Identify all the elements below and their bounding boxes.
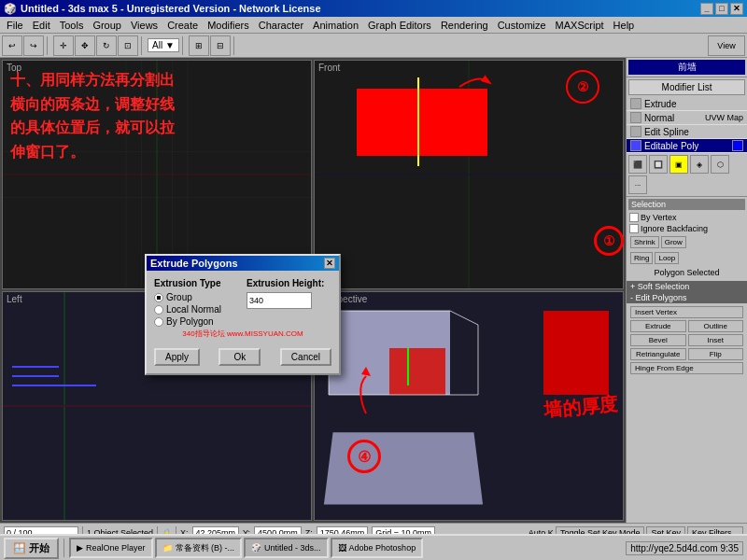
- local-normal-radio[interactable]: [154, 305, 163, 315]
- extrusion-height-input[interactable]: [247, 292, 312, 309]
- panel-title: 前墙: [628, 60, 745, 75]
- panel-icon-5[interactable]: ⬡: [711, 155, 729, 174]
- tray-clock: 9:35: [721, 543, 739, 553]
- menu-animation[interactable]: Animation: [308, 19, 363, 32]
- taskbar-app-photoshop[interactable]: 🖼 Adobe Photoshop: [331, 538, 424, 558]
- taskbar-app-resources[interactable]: 📁 常备资料 (B) -...: [155, 538, 243, 558]
- titlebar: 🎲 Untitled - 3ds max 5 - Unregistered Ve…: [0, 0, 747, 17]
- edit-polygons-header[interactable]: - Edit Polygons: [627, 292, 747, 303]
- dialog-close-button[interactable]: ✕: [324, 258, 335, 269]
- extrude-button[interactable]: Extrude: [630, 320, 686, 332]
- loop-button[interactable]: Loop: [655, 252, 679, 264]
- menu-help[interactable]: Help: [609, 19, 640, 32]
- viewport-front[interactable]: Front ②: [314, 60, 624, 289]
- modifier-editpoly-icon: [630, 140, 641, 151]
- extrude-outline-row: Extrude Outline: [628, 319, 745, 333]
- window-title: Untitled - 3ds max 5 - Unregistered Vers…: [21, 3, 700, 14]
- panel-icon-2[interactable]: 🔲: [649, 155, 668, 174]
- viewport-front-label: Front: [318, 63, 340, 73]
- modifier-list-label[interactable]: Modifier List: [628, 79, 745, 95]
- menu-create[interactable]: Create: [162, 19, 203, 32]
- menubar: File Edit Tools Group Views Create Modif…: [0, 17, 747, 34]
- ok-button[interactable]: Ok: [218, 348, 261, 366]
- toolbar-rotate[interactable]: ↻: [96, 35, 117, 56]
- start-button[interactable]: 🪟 开始: [4, 538, 59, 559]
- outline-button[interactable]: Outline: [688, 320, 744, 332]
- toolbar-redo[interactable]: ↪: [23, 35, 44, 56]
- group-radio[interactable]: [154, 293, 163, 302]
- toolbar-select[interactable]: ✛: [53, 35, 74, 56]
- panel-header: 前墙: [627, 58, 747, 77]
- toolbar-sep4: [233, 36, 237, 55]
- taskbar-app-3dsmax[interactable]: 🎲 Untitled - 3ds...: [244, 538, 329, 558]
- menu-file[interactable]: File: [2, 19, 28, 32]
- modifier-editable-poly[interactable]: Editable Poly: [627, 139, 747, 153]
- panel-icon-3[interactable]: ▣: [669, 155, 688, 174]
- menu-character[interactable]: Character: [254, 19, 308, 32]
- poly-selected-status: Polygon Selected: [628, 266, 745, 279]
- viewport-perspective[interactable]: Perspective ④ 墙的厚度: [314, 291, 624, 521]
- menu-graph-editors[interactable]: Graph Editors: [363, 19, 436, 32]
- flip-button[interactable]: Flip: [688, 348, 744, 360]
- annotation-circle-2: ②: [566, 70, 599, 104]
- toolbar-move[interactable]: ✥: [75, 35, 95, 56]
- taskbar-app-realone[interactable]: ▶ RealOne Player: [69, 538, 153, 558]
- by-polygon-radio-row[interactable]: By Polygon: [154, 316, 239, 327]
- bevel-inset-row: Bevel Inset: [628, 333, 745, 347]
- viewport-left-label: Left: [7, 294, 22, 304]
- modifier-normal[interactable]: Normal UVW Map: [627, 111, 747, 125]
- modifier-edit-spline[interactable]: Edit Spline: [627, 125, 747, 139]
- menu-group[interactable]: Group: [88, 19, 126, 32]
- ring-loop-row: Ring Loop: [628, 250, 745, 266]
- close-button[interactable]: ✕: [730, 3, 743, 15]
- extrude-dialog: Extrude Polygons ✕ Extrusion Type Group …: [145, 254, 341, 375]
- editpoly-color-box: [732, 140, 743, 151]
- front-y-axis: [417, 77, 419, 166]
- selection-title: Selection: [628, 199, 745, 210]
- menu-modifiers[interactable]: Modifiers: [203, 19, 254, 32]
- cancel-button[interactable]: Cancel: [280, 348, 331, 366]
- toolbar-undo[interactable]: ↩: [2, 35, 22, 56]
- ring-button[interactable]: Ring: [630, 252, 653, 264]
- 3dsmax-icon: 🎲: [251, 543, 261, 553]
- grow-button[interactable]: Grow: [661, 236, 686, 248]
- toolbar-align[interactable]: ⊟: [210, 35, 231, 56]
- inset-button[interactable]: Inset: [688, 334, 744, 346]
- chinese-instruction-text: 十、用同样方法再分割出 横向的两条边，调整好线 的具体位置后，就可以拉 伸窗口了…: [10, 68, 175, 163]
- menu-tools[interactable]: Tools: [55, 19, 89, 32]
- shrink-grow-row: Shrink Grow: [628, 234, 745, 250]
- toolbar-view-btn[interactable]: View: [708, 35, 745, 56]
- menu-edit[interactable]: Edit: [28, 19, 55, 32]
- retriangulate-button[interactable]: Retriangulate: [630, 348, 686, 360]
- by-vertex-checkbox[interactable]: [629, 213, 639, 222]
- soft-selection-header[interactable]: + Soft Selection: [627, 281, 747, 292]
- insert-vertex-button[interactable]: Insert Vertex: [630, 306, 743, 318]
- shrink-button[interactable]: Shrink: [630, 236, 659, 248]
- toolbar-sep2: [141, 36, 145, 55]
- panel-icon-4[interactable]: ◈: [690, 155, 709, 174]
- minimize-button[interactable]: _: [700, 3, 713, 15]
- extrusion-type-group: Group Local Normal By Polygon: [154, 292, 239, 327]
- menu-customize[interactable]: Customize: [493, 19, 551, 32]
- panel-icon-1[interactable]: ⬛: [628, 155, 647, 174]
- menu-views[interactable]: Views: [126, 19, 162, 32]
- toolbar-scale[interactable]: ⊡: [118, 35, 138, 56]
- menu-maxscript[interactable]: MAXScript: [551, 19, 609, 32]
- group-radio-row[interactable]: Group: [154, 292, 239, 302]
- modifier-editspline-icon: [630, 126, 641, 137]
- extrusion-height-label: Extrusion Height:: [247, 278, 331, 288]
- hinge-from-edge-button[interactable]: Hinge From Edge: [630, 362, 743, 374]
- maximize-button[interactable]: □: [715, 3, 728, 15]
- apply-button[interactable]: Apply: [154, 348, 200, 366]
- bevel-button[interactable]: Bevel: [630, 334, 686, 346]
- panel-icon-dots[interactable]: ···: [628, 175, 647, 194]
- local-normal-radio-row[interactable]: Local Normal: [154, 304, 239, 315]
- by-polygon-radio[interactable]: [154, 317, 163, 327]
- toolbar-mirror[interactable]: ⊞: [189, 35, 209, 56]
- modifier-extrude[interactable]: Extrude: [627, 97, 747, 111]
- ignore-backfacing-checkbox[interactable]: [629, 224, 639, 233]
- selection-section: Selection By Vertex Ignore Backfacing Sh…: [627, 197, 747, 281]
- by-vertex-label: By Vertex: [641, 213, 677, 222]
- all-dropdown[interactable]: All ▼: [148, 38, 179, 52]
- menu-rendering[interactable]: Rendering: [436, 19, 493, 32]
